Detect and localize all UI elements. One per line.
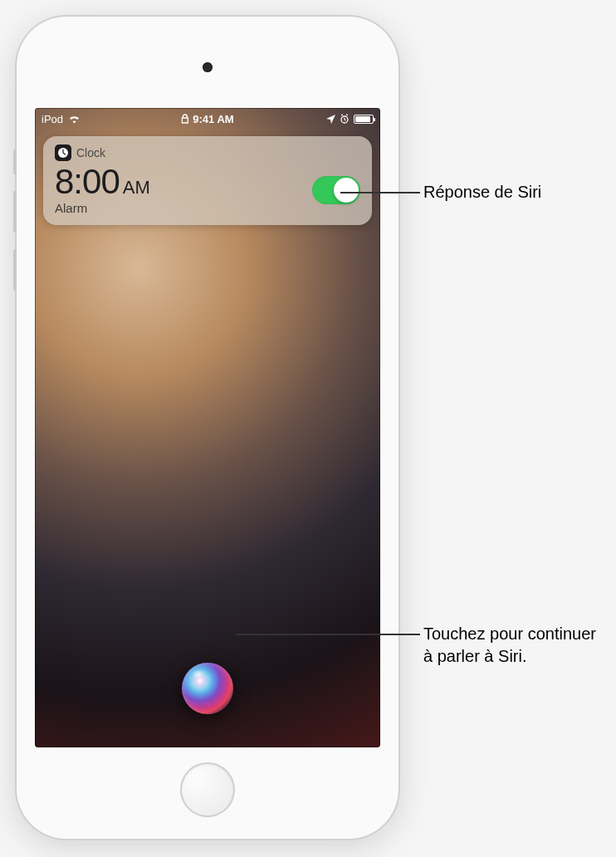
- volume-up-button: [13, 191, 17, 233]
- callout-leader-line: [236, 634, 420, 635]
- alarm-sublabel: Alarm: [55, 201, 312, 215]
- notification-text: 8:00 AM Alarm: [55, 164, 312, 215]
- callout-siri-response: Réponse de Siri: [423, 181, 606, 203]
- lock-icon: [181, 114, 188, 124]
- status-bar-left: iPod: [42, 113, 81, 125]
- toggle-knob: [334, 178, 359, 203]
- battery-fill: [355, 116, 370, 122]
- notification-header: Clock: [55, 144, 360, 161]
- status-bar-center: 9:41 AM: [181, 113, 233, 125]
- status-bar: iPod 9:41 AM: [35, 108, 380, 130]
- alarm-status-icon: [340, 114, 350, 124]
- home-button[interactable]: [180, 762, 235, 817]
- device-frame: iPod 9:41 AM: [17, 17, 398, 839]
- alarm-time-value: 8:00: [55, 164, 120, 199]
- callout-leader-line: [340, 192, 420, 193]
- volume-down-button: [13, 249, 17, 291]
- notification-body: 8:00 AM Alarm: [55, 164, 360, 215]
- alarm-time: 8:00 AM: [55, 164, 312, 199]
- carrier-label: iPod: [42, 113, 63, 125]
- notification-app-name: Clock: [76, 146, 105, 159]
- status-time: 9:41 AM: [193, 113, 233, 125]
- status-bar-right: [326, 114, 374, 124]
- callout-tap-continue: Touchez pour continuer à parler à Siri.: [423, 623, 606, 668]
- alarm-notification-card[interactable]: Clock 8:00 AM Alarm: [43, 136, 372, 225]
- siri-button[interactable]: [182, 663, 233, 714]
- front-camera: [203, 62, 213, 72]
- alarm-time-ampm: AM: [123, 179, 150, 197]
- mute-switch: [13, 149, 17, 174]
- clock-app-icon: [55, 144, 71, 161]
- device-screen: iPod 9:41 AM: [35, 108, 380, 747]
- side-buttons: [13, 149, 17, 307]
- location-icon: [326, 115, 335, 124]
- wifi-icon: [68, 115, 81, 124]
- alarm-toggle[interactable]: [312, 176, 360, 204]
- battery-icon: [354, 115, 374, 124]
